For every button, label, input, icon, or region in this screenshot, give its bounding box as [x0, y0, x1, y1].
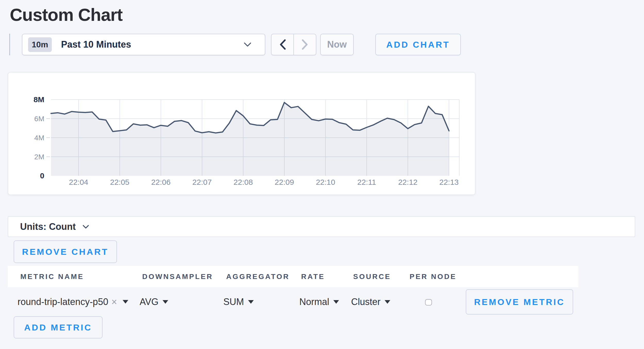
metric-name-value: round-trip-latency-p50: [18, 296, 108, 307]
col-aggregator: AGGREGATOR: [226, 273, 290, 281]
chart-card: 02M4M6M8M22:0422:0522:0622:0722:0822:092…: [8, 72, 476, 195]
svg-text:22:06: 22:06: [151, 178, 171, 186]
svg-text:2M: 2M: [34, 153, 44, 161]
remove-chart-button[interactable]: REMOVE CHART: [14, 240, 117, 263]
time-range-select[interactable]: 10m Past 10 Minutes: [22, 34, 265, 55]
close-icon[interactable]: ×: [111, 296, 117, 307]
time-step-button-group: [271, 34, 316, 55]
svg-text:22:12: 22:12: [398, 178, 418, 186]
col-per-node: PER NODE: [410, 273, 456, 281]
next-time-button[interactable]: [293, 34, 316, 55]
caret-down-icon: [163, 300, 168, 304]
timeseries-area-chart[interactable]: 02M4M6M8M22:0422:0522:0622:0722:0822:092…: [8, 73, 475, 195]
caret-down-icon: [123, 300, 128, 304]
svg-text:0: 0: [40, 171, 44, 180]
svg-text:22:04: 22:04: [69, 178, 88, 186]
chevron-down-icon: [244, 42, 251, 47]
rate-value: Normal: [299, 296, 329, 307]
aggregator-dropdown[interactable]: SUM: [223, 296, 254, 307]
svg-text:22:08: 22:08: [234, 178, 253, 186]
svg-text:22:13: 22:13: [439, 178, 459, 186]
downsampler-value: AVG: [140, 296, 158, 307]
svg-text:22:05: 22:05: [110, 178, 129, 186]
add-chart-button[interactable]: ADD CHART: [375, 34, 461, 55]
metrics-table-header: METRIC NAME DOWNSAMPLER AGGREGATOR RATE …: [8, 266, 578, 287]
svg-text:8M: 8M: [33, 95, 44, 104]
col-source: SOURCE: [353, 273, 391, 281]
svg-text:22:09: 22:09: [275, 178, 294, 186]
svg-text:22:07: 22:07: [192, 178, 212, 186]
now-button[interactable]: Now: [320, 34, 354, 55]
svg-text:22:11: 22:11: [357, 178, 376, 186]
caret-down-icon: [248, 300, 254, 304]
svg-text:22:10: 22:10: [316, 178, 335, 186]
svg-text:4M: 4M: [34, 134, 44, 142]
time-range-badge: 10m: [28, 37, 52, 52]
svg-text:6M: 6M: [34, 115, 44, 123]
units-label: Units: Count: [20, 221, 76, 232]
custom-chart-page: Custom Chart 10m Past 10 Minutes Now ADD…: [0, 0, 644, 349]
toolbar-divider: [9, 34, 10, 55]
source-dropdown[interactable]: Cluster: [351, 296, 390, 307]
caret-down-icon: [333, 300, 339, 304]
aggregator-value: SUM: [223, 296, 244, 307]
chevron-down-icon: [82, 225, 89, 229]
metric-table-row: round-trip-latency-p50 × AVG SUM Normal …: [8, 287, 578, 316]
caret-down-icon: [385, 300, 390, 304]
units-dropdown[interactable]: Units: Count: [8, 216, 635, 237]
per-node-checkbox[interactable]: [425, 299, 432, 306]
downsampler-dropdown[interactable]: AVG: [140, 296, 168, 307]
rate-dropdown[interactable]: Normal: [299, 296, 339, 307]
time-range-label: Past 10 Minutes: [61, 39, 131, 50]
remove-metric-button[interactable]: REMOVE METRIC: [466, 289, 573, 315]
chevron-right-icon: [302, 39, 308, 50]
page-title: Custom Chart: [10, 5, 123, 25]
col-metric-name: METRIC NAME: [20, 273, 84, 281]
source-value: Cluster: [351, 296, 380, 307]
col-rate: RATE: [301, 273, 325, 281]
add-metric-button[interactable]: ADD METRIC: [14, 316, 103, 338]
metric-name-dropdown[interactable]: round-trip-latency-p50 ×: [18, 296, 128, 307]
chevron-left-icon: [279, 39, 286, 50]
col-downsampler: DOWNSAMPLER: [142, 273, 213, 281]
prev-time-button[interactable]: [272, 34, 293, 55]
